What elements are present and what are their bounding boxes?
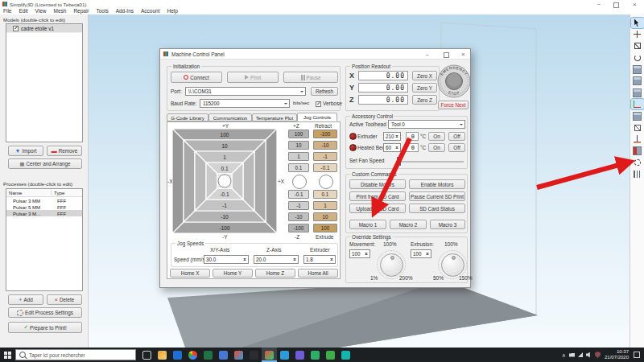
movement-spinner[interactable]: 100 [349,249,370,258]
jog-e-button[interactable]: 1 [313,201,337,210]
dialog-close-button[interactable]: × [461,51,465,58]
home-x-button[interactable]: Home X [170,269,210,278]
jog-z-button[interactable]: -10 [288,212,309,221]
view-cube-3-icon[interactable] [631,88,644,98]
taskbar-search-box[interactable]: Taper ici pour rechercher [15,349,136,360]
zero-x-button[interactable]: Zero X [412,71,437,80]
prepare-to-print-button[interactable]: ✓ Prepare to Print! [8,322,82,333]
app-maximize-button[interactable] [613,2,619,8]
import-button[interactable]: ▼ Import [8,146,43,156]
dialog-minimize-button[interactable]: – [426,51,429,57]
jog-z-button[interactable]: 0.1 [288,163,309,172]
baud-combobox[interactable]: 115200 [200,99,290,108]
port-combobox[interactable]: \\.\COM31 [185,87,306,96]
center-arrange-button[interactable]: ▦ Center and Arrange [8,158,82,169]
jog-z-button[interactable]: -1 [288,201,309,210]
menu-file[interactable]: File [3,8,11,14]
extruder-off-button[interactable]: Off [448,132,465,141]
model-checkbox[interactable] [13,26,19,31]
menu-addins[interactable]: Add-Ins [116,8,134,14]
mail-taskbar-button[interactable] [170,348,185,362]
emergency-stop-button[interactable]: EMERGENCY STOP [436,64,472,99]
heated-bed-setpoint-spinner[interactable]: 60 [383,143,401,152]
view-cube-2-icon[interactable] [631,76,644,86]
menu-edit[interactable]: Edit [19,8,27,14]
disable-motors-button[interactable]: Disable Motors [349,179,406,189]
print-button[interactable]: Print [227,72,279,83]
connect-button[interactable]: Connect [171,72,222,83]
upload-to-sd-button[interactable]: Upload to SD Card [349,204,406,213]
app-close-button[interactable]: × [633,1,637,8]
heated-bed-on-button[interactable]: On [428,143,445,152]
extruder-setpoint-spinner[interactable]: 210 [383,132,401,141]
movement-knob[interactable] [380,253,403,277]
model-list-item[interactable]: cadre etoile v1 [6,24,82,33]
tab-communication[interactable]: Communication [208,113,252,121]
process-row[interactable]: Pulsar 5 MM FFF [6,204,82,210]
pause-button[interactable]: Pause [283,72,338,83]
dialog-maximize-button[interactable] [444,52,449,58]
jog-e-button[interactable]: -10 [313,141,337,150]
macro-2-button[interactable]: Macro 2 [390,220,427,229]
menu-help[interactable]: Help [167,8,177,14]
sheets-app-taskbar-button[interactable] [200,348,216,362]
pause-sd-print-button[interactable]: Pause Current SD Print [409,191,465,201]
menu-account[interactable]: Account [141,8,160,14]
delete-process-button[interactable]: × Delete [47,294,82,305]
jog-e-center[interactable] [319,175,333,189]
jog-z-button[interactable]: 100 [288,130,309,138]
menu-view[interactable]: View [35,8,47,14]
tab-temperature-plot[interactable]: Temperature Plot [252,113,297,121]
wireframe-cube-icon[interactable] [631,122,644,133]
menu-repair[interactable]: Repair [73,8,89,14]
dark-app-taskbar-button[interactable] [246,348,262,362]
machine-cube-icon[interactable] [631,146,644,156]
explorer-taskbar-button[interactable] [155,348,170,362]
force-next-button[interactable]: Force Next [438,101,469,109]
tab-gcode-library[interactable]: G-Code Library [167,113,208,121]
zero-z-button[interactable]: Zero Z [412,95,437,105]
support-structures-icon[interactable] [631,169,644,179]
remove-button[interactable]: ▬ Remove [47,146,82,156]
diamond-app-taskbar-button[interactable] [323,348,338,362]
sd-card-status-button[interactable]: SD Card Status [409,204,465,213]
jog-z-center[interactable] [292,175,307,189]
fan-speed-slider-handle[interactable] [397,157,401,166]
home-y-button[interactable]: Home Y [213,269,253,278]
app-minimize-button[interactable]: – [597,1,601,6]
macro-1-button[interactable]: Macro 1 [349,220,386,229]
macro-3-button[interactable]: Macro 3 [430,220,465,229]
z-axis-icon[interactable] [631,134,644,145]
z-speed-spinner[interactable]: 20.0 [254,255,299,264]
scale-tool-icon[interactable] [631,41,644,51]
menu-mesh[interactable]: Mesh [54,8,67,14]
print-from-sd-button[interactable]: Print from SD Card [349,191,406,201]
processes-col-name[interactable]: Name [6,190,52,195]
edit-process-settings-button[interactable]: Edit Process Settings [8,307,82,318]
jog-e-button[interactable]: -0.1 [313,163,337,172]
extrusion-spinner[interactable]: 100 [411,249,431,258]
add-process-button[interactable]: + Add [8,294,43,305]
zero-y-button[interactable]: Zero Y [412,83,437,93]
select-tool-icon[interactable] [631,18,644,28]
refresh-button[interactable]: Refresh [311,87,338,96]
jog-z-button[interactable]: 10 [288,141,309,150]
extrusion-knob[interactable] [441,253,464,277]
task-view-taskbar-button[interactable] [139,348,155,362]
start-button[interactable] [0,348,15,362]
xy-speed-spinner[interactable]: 30.0 [204,255,249,264]
tray-clock[interactable]: 10:37 21/07/2020 [605,349,629,360]
transfer-app-taskbar-button[interactable] [292,348,308,362]
process-row[interactable]: Pulsar 3 MM FFF [6,197,82,204]
translate-tool-icon[interactable] [631,29,644,39]
jog-z-button[interactable]: -100 [288,224,309,232]
account-app-taskbar-button[interactable] [216,348,231,362]
tray-volume-icon[interactable] [586,352,592,358]
rotate-tool-icon[interactable] [631,52,644,63]
home-all-button[interactable]: Home All [298,269,338,278]
process-row-selected[interactable]: Pulsar 3 M... FFF [6,210,82,216]
extruder-on-button[interactable]: On [428,132,445,141]
jog-e-button[interactable]: 100 [313,224,337,232]
enable-motors-button[interactable]: Enable Motors [409,179,465,189]
model-cube-icon[interactable] [631,111,644,121]
